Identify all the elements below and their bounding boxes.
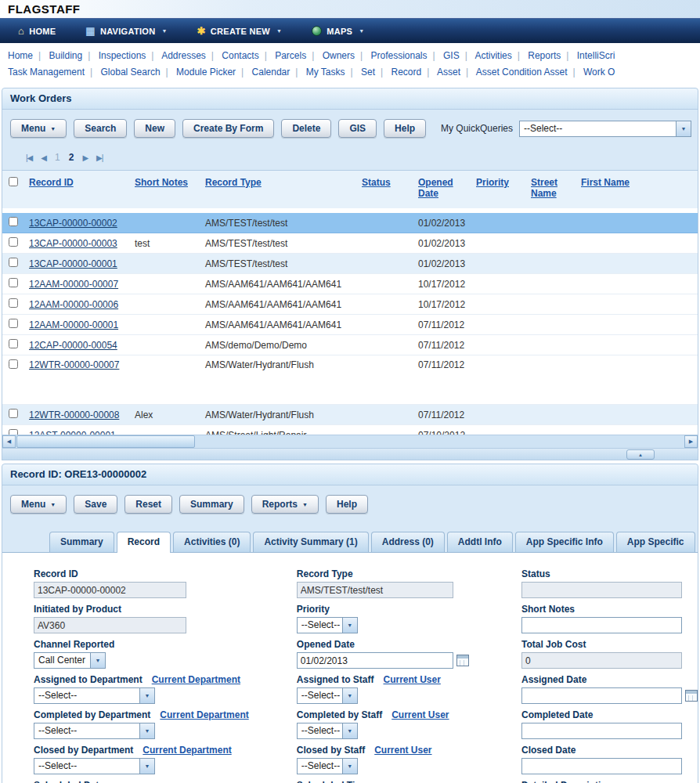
link-task-management[interactable]: Task Management bbox=[8, 67, 85, 78]
table-row[interactable]: 13CAP-00000-00002 AMS/TEST/test/test 01/… bbox=[2, 213, 698, 233]
link-intelliscript[interactable]: IntelliScri bbox=[577, 50, 615, 61]
tab-addtl-info[interactable]: Addtl Info bbox=[447, 532, 513, 552]
page-1-link[interactable]: 1 bbox=[55, 152, 60, 163]
link-asset-condition[interactable]: Asset Condition Asset bbox=[476, 67, 568, 78]
table-row[interactable]: 12AST-00000-00001 AMS/Street/Light/Repai… bbox=[2, 425, 698, 435]
current-user-link[interactable]: Current User bbox=[391, 709, 449, 720]
current-department-link[interactable]: Current Department bbox=[160, 709, 248, 720]
column-header-first-name[interactable]: First Name bbox=[581, 177, 630, 188]
record-id-link[interactable]: 12AST-00000-00001 bbox=[29, 430, 116, 435]
table-row[interactable]: 12AAM-00000-00006 AMS/AAM641/AAM641/AAM6… bbox=[2, 294, 698, 315]
record-id-link[interactable]: 13CAP-00000-00002 bbox=[29, 218, 117, 229]
link-contacts[interactable]: Contacts bbox=[222, 50, 258, 61]
row-checkbox[interactable] bbox=[9, 237, 18, 247]
tab-app-specific-info[interactable]: App Specific Info bbox=[515, 532, 614, 552]
detail-help-button[interactable]: Help bbox=[326, 495, 368, 514]
column-header-priority[interactable]: Priority bbox=[476, 177, 509, 188]
row-checkbox[interactable] bbox=[9, 298, 18, 308]
assigned-date-input[interactable] bbox=[521, 687, 682, 704]
tab-address[interactable]: Address (0) bbox=[371, 532, 445, 552]
summary-button[interactable]: Summary bbox=[179, 495, 244, 514]
current-user-link[interactable]: Current User bbox=[374, 745, 431, 756]
table-row[interactable]: 13CAP-00000-00003 test AMS/TEST/test/tes… bbox=[2, 233, 698, 254]
nav-home[interactable]: ⌂ HOME bbox=[3, 19, 70, 43]
completed-by-staff-select[interactable]: --Select-- ▼ bbox=[297, 723, 358, 739]
tab-activity-summary[interactable]: Activity Summary (1) bbox=[253, 532, 368, 552]
link-activities[interactable]: Activities bbox=[474, 50, 511, 61]
record-id-link[interactable]: 13CAP-00000-00001 bbox=[29, 258, 117, 269]
current-department-link[interactable]: Current Department bbox=[143, 745, 231, 756]
short-notes-input[interactable] bbox=[521, 617, 682, 633]
link-module-picker[interactable]: Module Picker bbox=[176, 67, 236, 78]
completed-by-department-select[interactable]: --Select-- ▼ bbox=[34, 723, 155, 739]
row-checkbox[interactable] bbox=[9, 409, 18, 418]
tab-activities[interactable]: Activities (0) bbox=[173, 532, 251, 552]
table-row[interactable]: 12AAM-00000-00007 AMS/AAM641/AAM641/AAM6… bbox=[2, 274, 698, 294]
create-by-form-button[interactable]: Create By Form bbox=[182, 119, 274, 138]
record-id-link[interactable]: 12WTR-00000-00007 bbox=[29, 359, 119, 370]
link-work-orders[interactable]: Work O bbox=[583, 67, 615, 78]
calendar-icon[interactable] bbox=[685, 690, 698, 702]
link-parcels[interactable]: Parcels bbox=[275, 50, 306, 61]
table-row[interactable]: 12WTR-00000-00008 Alex AMS/Water/Hydrant… bbox=[2, 405, 698, 425]
link-professionals[interactable]: Professionals bbox=[370, 50, 427, 61]
quickqueries-select[interactable]: --Select-- ▼ bbox=[519, 121, 691, 137]
horizontal-scrollbar[interactable]: ◀ ▶ bbox=[2, 435, 698, 448]
link-reports[interactable]: Reports bbox=[528, 50, 561, 61]
link-calendar[interactable]: Calendar bbox=[252, 67, 290, 78]
scroll-left-icon[interactable]: ◀ bbox=[2, 435, 16, 448]
tab-summary[interactable]: Summary bbox=[49, 532, 114, 552]
select-all-checkbox[interactable] bbox=[9, 177, 18, 186]
table-row[interactable]: 12WTR-00000-00007 AMS/Water/Hydrant/Flus… bbox=[2, 355, 698, 405]
closed-by-staff-select[interactable]: --Select-- ▼ bbox=[297, 758, 358, 774]
column-header-record-type[interactable]: Record Type bbox=[205, 177, 262, 188]
scrollbar-thumb[interactable] bbox=[16, 435, 195, 448]
row-checkbox[interactable] bbox=[9, 278, 18, 287]
link-building[interactable]: Building bbox=[49, 50, 82, 61]
reset-button[interactable]: Reset bbox=[124, 495, 172, 514]
link-record[interactable]: Record bbox=[391, 67, 421, 78]
opened-date-input[interactable] bbox=[297, 652, 453, 669]
record-id-link[interactable]: 12WTR-00000-00008 bbox=[29, 410, 119, 420]
link-addresses[interactable]: Addresses bbox=[161, 50, 206, 61]
reports-button[interactable]: Reports ▼ bbox=[251, 495, 319, 514]
closed-by-department-select[interactable]: --Select-- ▼ bbox=[34, 758, 155, 774]
prev-page-icon[interactable]: ◀ bbox=[41, 153, 46, 162]
first-page-icon[interactable]: |◀ bbox=[26, 153, 32, 162]
column-header-opened-date[interactable]: Opened Date bbox=[418, 177, 453, 199]
closed-date-input[interactable] bbox=[521, 758, 682, 774]
delete-button[interactable]: Delete bbox=[281, 119, 331, 138]
calendar-icon[interactable] bbox=[456, 655, 469, 666]
priority-select[interactable]: --Select-- ▼ bbox=[297, 617, 358, 633]
nav-navigation[interactable]: ▦ NAVIGATION ▼ bbox=[70, 19, 182, 43]
help-button[interactable]: Help bbox=[384, 119, 426, 138]
scroll-right-icon[interactable]: ▶ bbox=[684, 435, 698, 448]
column-header-status[interactable]: Status bbox=[362, 177, 391, 188]
tab-app-specific[interactable]: App Specific bbox=[616, 532, 695, 552]
table-row[interactable]: 12AAM-00000-00001 AMS/AAM641/AAM641/AAM6… bbox=[2, 315, 698, 335]
link-global-search[interactable]: Global Search bbox=[101, 67, 161, 78]
link-owners[interactable]: Owners bbox=[323, 50, 355, 61]
next-page-icon[interactable]: ▶ bbox=[82, 153, 88, 162]
table-row[interactable]: 13CAP-00000-00001 AMS/TEST/test/test 01/… bbox=[2, 254, 698, 274]
record-id-link[interactable]: 12AAM-00000-00007 bbox=[29, 279, 118, 290]
link-gis[interactable]: GIS bbox=[443, 50, 460, 61]
column-header-record-id[interactable]: Record ID bbox=[29, 177, 74, 188]
channel-reported-select[interactable]: Call Center ▼ bbox=[34, 652, 106, 669]
nav-maps[interactable]: MAPS ▼ bbox=[297, 19, 379, 43]
gis-button[interactable]: GIS bbox=[338, 119, 377, 138]
detail-menu-button[interactable]: Menu ▼ bbox=[10, 495, 67, 514]
nav-create-new[interactable]: ✱ CREATE NEW ▼ bbox=[182, 19, 298, 43]
tab-record[interactable]: Record bbox=[117, 532, 171, 553]
menu-button[interactable]: Menu ▼ bbox=[10, 119, 67, 138]
assigned-to-department-select[interactable]: --Select-- ▼ bbox=[34, 687, 155, 704]
current-department-link[interactable]: Current Department bbox=[152, 674, 240, 685]
current-user-link[interactable]: Current User bbox=[384, 674, 441, 685]
collapse-panel-button[interactable]: ▲ bbox=[626, 449, 655, 460]
row-checkbox[interactable] bbox=[9, 429, 18, 435]
search-button[interactable]: Search bbox=[74, 119, 127, 138]
scrollbar-track[interactable] bbox=[195, 435, 684, 448]
row-checkbox[interactable] bbox=[9, 359, 18, 369]
row-checkbox[interactable] bbox=[9, 258, 18, 267]
link-asset[interactable]: Asset bbox=[437, 67, 460, 78]
